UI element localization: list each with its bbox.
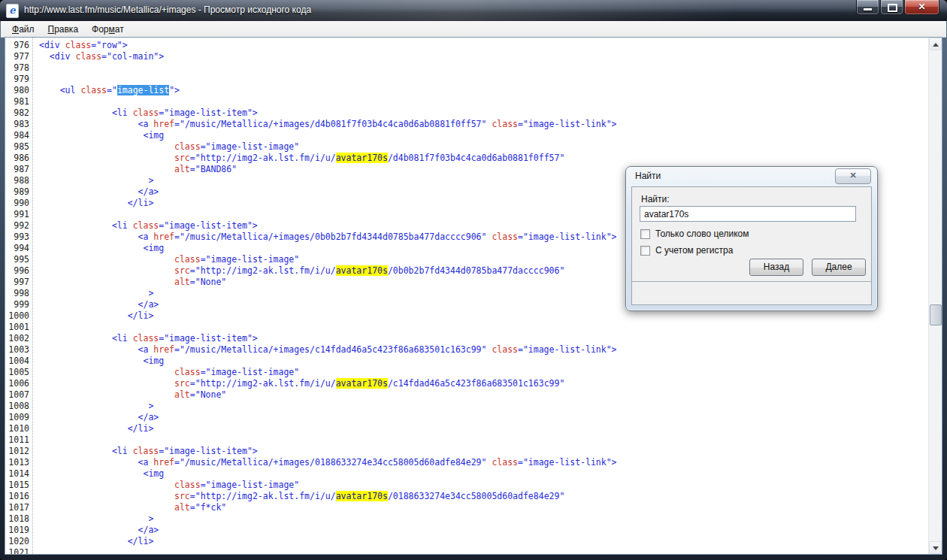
- window-title-bar[interactable]: e http://www.last.fm/music/Metallica/+im…: [0, 0, 947, 21]
- code-line: 986 src="http://img2-ak.lst.fm/i/u/avata…: [5, 153, 929, 164]
- find-dialog: Найти ✕ Найти: Только слово целикомС уче…: [625, 166, 878, 311]
- find-dialog-body: Найти: Только слово целикомС учетом реги…: [631, 186, 872, 305]
- code-text: [39, 153, 174, 163]
- code-text: [39, 277, 174, 287]
- code-text: ="http://img2-ak.lst.fm/i/u/: [190, 265, 336, 276]
- code-line: 1012 <li class="image-list-item">: [5, 446, 929, 457]
- code-line: 1014 <img: [5, 468, 929, 480]
- line-content: alt="f*ck": [29, 502, 226, 513]
- checkbox-label: Только слово целиком: [655, 229, 749, 239]
- line-content: [29, 74, 39, 85]
- code-text: ="BAND86": [190, 164, 237, 174]
- line-number: 1019: [5, 525, 29, 536]
- find-dialog-title-bar[interactable]: Найти ✕: [626, 167, 877, 186]
- search-highlight: avatar170s: [336, 491, 388, 501]
- code-text: <li: [39, 220, 133, 231]
- maximize-icon: [888, 4, 897, 12]
- line-number: 991: [5, 209, 29, 220]
- line-content: <img: [29, 243, 164, 254]
- line-content: [29, 322, 39, 333]
- find-label: Найти:: [641, 194, 670, 204]
- code-text: ">: [169, 85, 180, 95]
- code-text: ="image-list-item">: [159, 333, 258, 344]
- dialog-divider: [632, 281, 871, 282]
- code-text: ="f*ck": [190, 502, 226, 513]
- code-line: 1020 </li>: [5, 536, 929, 547]
- code-text: <a: [39, 457, 153, 468]
- menu-file[interactable]: Файл: [5, 23, 41, 36]
- attr-name: alt: [174, 277, 190, 287]
- code-text: <li: [39, 107, 133, 118]
- maximize-button[interactable]: [880, 0, 903, 15]
- code-line: 1018 >: [5, 513, 929, 525]
- code-line: 984 <img: [5, 130, 929, 141]
- attr-name: class: [174, 480, 201, 490]
- close-button[interactable]: ✕: [904, 0, 939, 15]
- menu-edit[interactable]: Правка: [41, 23, 86, 36]
- code-text: >: [39, 288, 153, 298]
- line-number: 1000: [5, 310, 29, 322]
- minimize-icon: [864, 8, 872, 11]
- code-line: 1002 <li class="image-list-item">: [5, 333, 929, 344]
- attr-name: src: [174, 265, 190, 276]
- code-text: ="/music/Metallica/+images/0188633274e34…: [174, 457, 492, 468]
- line-number: 1007: [5, 389, 29, 401]
- code-text: ="image-list-image": [201, 480, 300, 490]
- find-dialog-close-button[interactable]: ✕: [835, 168, 871, 184]
- code-text: <a: [39, 119, 153, 129]
- find-next-button[interactable]: Далее: [812, 259, 866, 276]
- code-line: 979: [5, 74, 929, 85]
- scrollbar-thumb[interactable]: [930, 304, 942, 325]
- line-number: 988: [5, 175, 29, 186]
- line-content: >: [29, 175, 153, 186]
- line-content: src="http://img2-ak.lst.fm/i/u/avatar170…: [29, 378, 564, 389]
- code-text: <img: [39, 130, 164, 141]
- code-text: /d4b081f7f03b4c4ca0d6ab0881f0ff57": [388, 153, 564, 163]
- line-number: 984: [5, 130, 29, 141]
- checkbox-icon[interactable]: [640, 246, 650, 256]
- line-number: 1001: [5, 322, 29, 333]
- code-text: <a: [39, 344, 153, 355]
- line-content: <a href="/music/Metallica/+images/018863…: [29, 457, 617, 468]
- code-text: </li>: [39, 310, 153, 321]
- line-number: 993: [5, 232, 29, 243]
- code-text: <li: [39, 446, 133, 456]
- code-line: 1008 >: [5, 401, 929, 412]
- code-text: ="image-list-link">: [518, 457, 617, 468]
- code-line: 1017 alt="f*ck": [5, 502, 929, 513]
- code-text: /0b0b2b7fd4344d0785ba477dacccc906": [388, 265, 564, 276]
- line-number: 978: [5, 62, 29, 74]
- scroll-down-button[interactable]: [929, 541, 942, 554]
- code-text: ="/music/Metallica/+images/c14fdad46a5c4…: [174, 344, 492, 355]
- code-text: [39, 502, 174, 513]
- code-text: /c14fdad46a5c423f86a683501c163c99": [388, 378, 564, 389]
- menu-bar: ФайлПравкаФормат: [1, 21, 946, 38]
- code-text: ="None": [190, 389, 226, 400]
- vertical-scrollbar[interactable]: [928, 38, 942, 554]
- line-number: 1015: [5, 480, 29, 491]
- checkbox-match-case[interactable]: С учетом регистра: [640, 245, 733, 256]
- line-content: <img: [29, 356, 164, 367]
- line-content: </li>: [29, 310, 153, 322]
- line-number: 1018: [5, 513, 29, 525]
- find-back-button[interactable]: Назад: [749, 259, 803, 276]
- line-content: >: [29, 288, 153, 299]
- line-number: 1013: [5, 457, 29, 468]
- menu-format[interactable]: Формат: [85, 23, 131, 36]
- code-line: 978: [5, 62, 929, 74]
- window-title: http://www.last.fm/music/Metallica/+imag…: [24, 0, 311, 21]
- scroll-up-button[interactable]: [929, 38, 942, 50]
- code-text: ="image-list-image": [201, 254, 300, 265]
- code-line: 1021: [5, 547, 929, 554]
- checkbox-icon[interactable]: [640, 229, 650, 239]
- close-icon: ✕: [905, 0, 939, 14]
- line-content: class="image-list-image": [29, 480, 299, 491]
- selected-text: image-list: [117, 85, 169, 95]
- checkbox-whole-word[interactable]: Только слово целиком: [640, 229, 749, 239]
- line-number: 1020: [5, 536, 29, 547]
- attr-name: href: [153, 344, 174, 355]
- minimize-button[interactable]: [856, 0, 879, 15]
- source-viewer-window: e http://www.last.fm/music/Metallica/+im…: [0, 0, 947, 560]
- find-input[interactable]: [640, 206, 856, 222]
- attr-name: class: [133, 220, 159, 231]
